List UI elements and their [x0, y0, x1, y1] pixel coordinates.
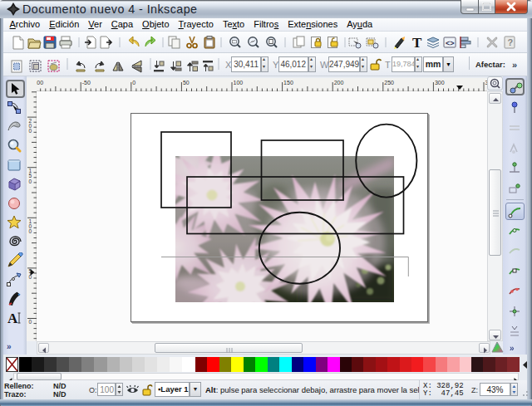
svg-text:300: 300	[435, 80, 445, 86]
svg-text:50: 50	[183, 80, 190, 86]
svg-text:T: T	[412, 35, 422, 51]
svg-text:0: 0	[29, 319, 32, 325]
svg-text:-50: -50	[82, 80, 91, 86]
svg-text:100: 100	[234, 80, 244, 86]
svg-text:0: 0	[29, 228, 32, 234]
svg-text:150: 150	[283, 80, 293, 86]
svg-text:0: 0	[29, 179, 32, 184]
svg-text:0: 0	[132, 80, 135, 86]
svg-text:0: 0	[29, 128, 32, 134]
svg-text:?: ?	[508, 37, 514, 47]
svg-text:<>: <>	[446, 39, 455, 47]
svg-text:-100: -100	[37, 80, 43, 86]
svg-text:250: 250	[384, 80, 394, 86]
svg-text:200: 200	[334, 80, 344, 86]
svg-text:A: A	[7, 311, 18, 326]
